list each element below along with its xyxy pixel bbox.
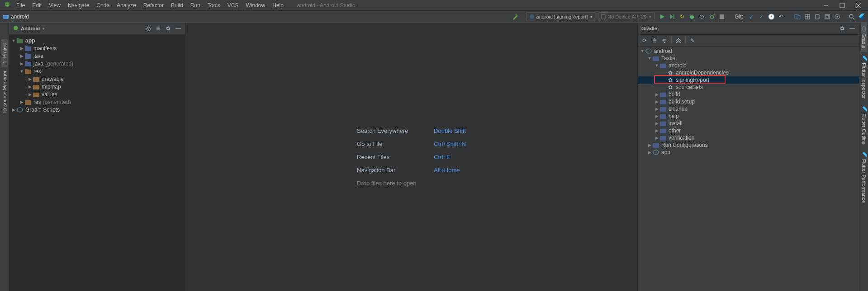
run-task-button[interactable] xyxy=(674,37,683,45)
project-header: Android ▼ ◎ ✿ — xyxy=(9,23,185,35)
vcs-rollback-button[interactable]: ↶ xyxy=(778,13,785,20)
tree-mipmap[interactable]: mipmap xyxy=(9,83,185,90)
project-tree[interactable]: app manifests java java(generated) res d… xyxy=(9,35,185,291)
tab-gradle[interactable]: Gradle xyxy=(861,23,867,52)
select-opened-file-button[interactable]: ◎ xyxy=(145,25,152,32)
refresh-button[interactable]: ⟳ xyxy=(640,37,649,45)
gradle-task-other[interactable]: other xyxy=(638,127,859,134)
chevron-down-icon[interactable]: ▼ xyxy=(42,27,45,31)
gradle-task-verification[interactable]: verification xyxy=(638,134,859,141)
tree-values[interactable]: values xyxy=(9,90,185,98)
svg-point-28 xyxy=(14,26,18,30)
flutter-icon[interactable] xyxy=(858,13,865,20)
layout-inspector-button[interactable] xyxy=(824,13,831,20)
project-toolwindow: Android ▼ ◎ ✿ — app manifests java java(… xyxy=(9,23,185,291)
close-button[interactable] xyxy=(855,2,862,9)
gradle-task-help[interactable]: help xyxy=(638,113,859,120)
tab-project[interactable]: 1: Project xyxy=(1,39,8,67)
tree-res[interactable]: res xyxy=(9,67,185,75)
run-config-combo[interactable]: android [signingReport] ▼ xyxy=(526,12,597,21)
menu-build[interactable]: Build xyxy=(168,1,186,9)
gradle-task-build-setup[interactable]: build setup xyxy=(638,98,859,105)
search-button[interactable] xyxy=(848,13,855,20)
gradle-task-androidDependencies[interactable]: ✿androidDependencies xyxy=(638,69,859,76)
gear-icon[interactable]: ✿ xyxy=(165,25,171,32)
gradle-task-install[interactable]: install xyxy=(638,120,859,127)
build-button[interactable] xyxy=(512,13,519,20)
expand-all-button[interactable] xyxy=(155,25,161,32)
tree-gradle-scripts[interactable]: Gradle Scripts xyxy=(9,106,185,113)
debug-button[interactable] xyxy=(688,13,696,20)
menu-run[interactable]: Run xyxy=(188,1,203,9)
gradle-task-sourceSets[interactable]: ✿sourceSets xyxy=(638,84,859,91)
apply-changes-button[interactable] xyxy=(669,13,676,20)
sdk-manager-button[interactable] xyxy=(804,13,811,20)
gradle-tasks[interactable]: Tasks xyxy=(638,55,859,62)
vcs-history-button[interactable]: 🕘 xyxy=(768,13,775,20)
vcs-update-button[interactable]: ↙ xyxy=(748,13,755,20)
avd-manager-button[interactable] xyxy=(794,13,801,20)
tree-app[interactable]: app xyxy=(9,37,185,44)
device-combo[interactable]: No Device API 29 ▼ xyxy=(598,12,655,21)
run-button[interactable] xyxy=(659,13,666,20)
hint-nav-label: Navigation Bar xyxy=(357,167,434,174)
gradle-tree[interactable]: android Tasks android ✿androidDependenci… xyxy=(638,47,859,291)
tree-res-generated[interactable]: res(generated) xyxy=(9,98,185,106)
gradle-app[interactable]: app xyxy=(638,149,859,156)
detach-project-button[interactable] xyxy=(660,37,669,45)
menu-edit[interactable]: Edit xyxy=(29,1,44,9)
attach-project-button[interactable] xyxy=(650,37,659,45)
svg-point-9 xyxy=(530,14,534,19)
gradle-root[interactable]: android xyxy=(638,47,859,55)
breadcrumb[interactable]: android xyxy=(3,14,29,20)
menu-file[interactable]: File xyxy=(14,1,28,9)
gradle-task-android[interactable]: android xyxy=(638,62,859,69)
menu-tools[interactable]: Tools xyxy=(205,1,223,9)
menu-code[interactable]: Code xyxy=(94,1,112,9)
svg-rect-23 xyxy=(826,15,829,18)
minimize-button[interactable] xyxy=(823,2,829,9)
device-manager-button[interactable] xyxy=(814,13,821,20)
menu-navigate[interactable]: Navigate xyxy=(65,1,92,9)
tab-flutter-performance[interactable]: Flutter Performance xyxy=(861,148,867,207)
tab-flutter-inspector[interactable]: Flutter Inspector xyxy=(861,52,867,102)
menu-help[interactable]: Help xyxy=(270,1,286,9)
gradle-task-cleanup[interactable]: cleanup xyxy=(638,105,859,113)
svg-point-53 xyxy=(646,49,651,53)
tree-java-generated[interactable]: java(generated) xyxy=(9,60,185,67)
editor-area[interactable]: Search EverywhereDouble Shift Go to File… xyxy=(185,23,637,291)
tab-resource-manager[interactable]: Resource Manager xyxy=(1,67,8,117)
tree-java[interactable]: java xyxy=(9,52,185,60)
tree-label: res xyxy=(33,99,41,105)
attach-debugger-button[interactable] xyxy=(708,13,716,20)
vcs-commit-button[interactable]: ✓ xyxy=(758,13,765,20)
svg-rect-11 xyxy=(674,14,674,19)
gradle-task-build[interactable]: build xyxy=(638,91,859,98)
gradle-task-signingReport[interactable]: ✿signingReport xyxy=(638,76,859,84)
menu-window[interactable]: Window xyxy=(243,1,268,9)
stop-button[interactable] xyxy=(718,13,726,20)
profiler-button[interactable]: ⏲ xyxy=(698,13,706,20)
tree-manifests[interactable]: manifests xyxy=(9,44,185,52)
menu-vcs[interactable]: VCS xyxy=(225,1,242,9)
tab-flutter-outline[interactable]: Flutter Outline xyxy=(861,103,867,148)
window-controls xyxy=(823,2,864,9)
hint-goto-label: Go to File xyxy=(357,141,434,147)
apply-code-changes-button[interactable]: ↻ xyxy=(678,13,686,20)
svg-rect-54 xyxy=(653,56,659,61)
tree-drawable[interactable]: drawable xyxy=(9,75,185,83)
svg-rect-35 xyxy=(25,46,28,47)
hide-button[interactable]: — xyxy=(175,25,181,32)
gear-icon[interactable]: ✿ xyxy=(839,25,845,32)
hide-button[interactable]: — xyxy=(849,25,855,32)
maximize-button[interactable] xyxy=(839,2,845,9)
menu-view[interactable]: View xyxy=(46,1,63,9)
run-config-label: android [signingReport] xyxy=(536,14,588,19)
editor-hints: Search EverywhereDouble Shift Go to File… xyxy=(357,127,466,187)
menu-analyze[interactable]: Analyze xyxy=(114,1,139,9)
gradle-run-configs[interactable]: Run Configurations xyxy=(638,141,859,149)
toggle-offline-button[interactable]: ✎ xyxy=(688,37,697,45)
tree-label: app xyxy=(25,38,35,44)
menu-refactor[interactable]: Refactor xyxy=(141,1,166,9)
resource-manager-button[interactable] xyxy=(834,13,841,20)
